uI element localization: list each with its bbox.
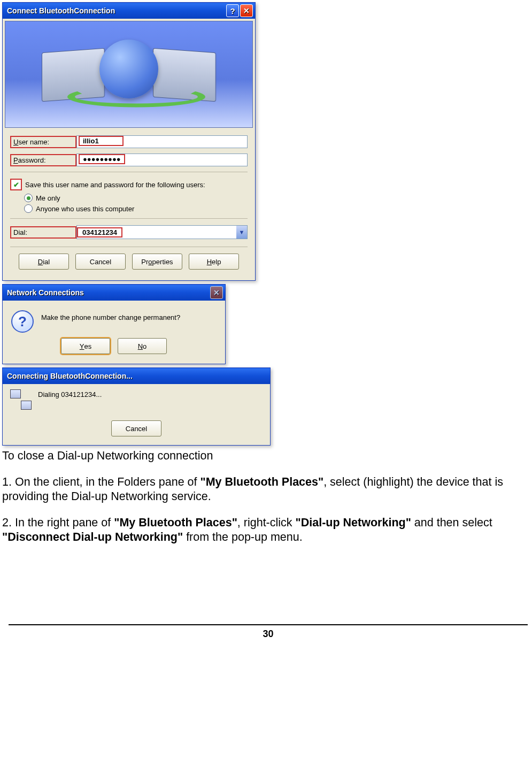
confirm-title: Network Connections: [7, 288, 209, 297]
yes-button[interactable]: Yes: [61, 338, 110, 354]
progress-titlebar[interactable]: Connecting BluetoothConnection...: [3, 368, 270, 384]
password-value: ●●●●●●●●●: [79, 154, 125, 164]
close-icon[interactable]: ✕: [210, 286, 223, 299]
dialing-icon: [10, 389, 32, 410]
save-credentials-label: Save this user name and password for the…: [25, 181, 205, 189]
progress-message: Dialing 034121234...: [38, 389, 102, 410]
radio-anyone[interactable]: [24, 204, 33, 213]
instruction-step-2: 2. In the right pane of "My Bluetooth Pl…: [2, 516, 529, 545]
page-number: 30: [2, 628, 532, 645]
confirm-dialog: Network Connections ✕ ? Make the phone n…: [2, 284, 226, 364]
help-button[interactable]: Help: [189, 254, 239, 270]
username-input[interactable]: illio1: [76, 135, 248, 148]
connect-title: Connect BluetoothConnection: [7, 6, 225, 15]
close-icon[interactable]: ✕: [240, 4, 253, 17]
no-button[interactable]: No: [118, 338, 167, 354]
connection-banner: [5, 21, 253, 128]
radio-me-only-label: Me only: [36, 194, 60, 202]
username-value: illio1: [79, 136, 124, 146]
save-credentials-checkbox[interactable]: ✔: [10, 179, 22, 190]
instruction-heading: To close a Dial-up Networking connection: [2, 449, 529, 463]
network-globe-icon: [43, 34, 214, 114]
dial-label: Dial:: [10, 226, 76, 239]
progress-title: Connecting BluetoothConnection...: [7, 372, 268, 380]
dial-combobox[interactable]: 034121234 ▼: [76, 225, 248, 239]
progress-dialog: Connecting BluetoothConnection... Dialin…: [2, 367, 271, 446]
question-icon: ?: [11, 310, 34, 333]
confirm-message: Make the phone number change permanent?: [41, 310, 180, 333]
instruction-step-1: 1. On the client, in the Folders pane of…: [2, 475, 529, 504]
help-icon[interactable]: ?: [226, 4, 239, 17]
radio-me-only[interactable]: [24, 194, 33, 202]
dial-button[interactable]: Dial: [19, 254, 69, 270]
page-divider: [9, 624, 528, 625]
connect-dialog: Connect BluetoothConnection ? ✕ User nam…: [2, 2, 256, 281]
password-label: Password:: [10, 154, 76, 166]
password-input[interactable]: ●●●●●●●●●: [76, 154, 248, 166]
username-label: User name:: [10, 136, 76, 148]
progress-cancel-button[interactable]: Cancel: [111, 420, 161, 436]
instruction-text: To close a Dial-up Networking connection…: [2, 449, 529, 544]
dial-value: 034121234: [77, 227, 122, 237]
chevron-down-icon[interactable]: ▼: [236, 226, 247, 239]
confirm-titlebar[interactable]: Network Connections ✕: [3, 285, 225, 301]
cancel-button[interactable]: Cancel: [75, 254, 126, 270]
radio-anyone-label: Anyone who uses this computer: [36, 205, 134, 213]
properties-button[interactable]: Properties: [132, 254, 182, 270]
connect-titlebar[interactable]: Connect BluetoothConnection ? ✕: [3, 3, 255, 19]
